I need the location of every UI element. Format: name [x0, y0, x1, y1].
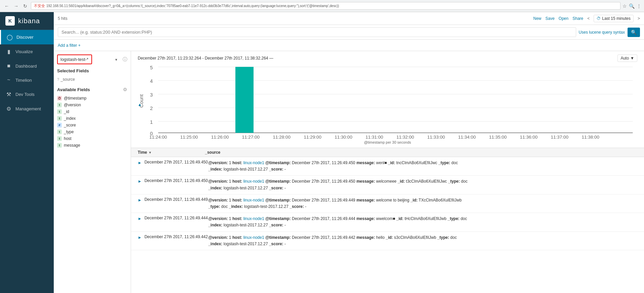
svg-text:11:28:00: 11:28:00 — [273, 135, 291, 140]
settings-icon[interactable]: ⚙ — [123, 87, 127, 92]
available-fields-title: Available Fields — [57, 87, 90, 92]
field-type-t-icon: t — [57, 109, 62, 114]
result-row-expander[interactable]: ► December 27th 2017, 11:26:49.442 @vers… — [131, 232, 644, 250]
field-item-score[interactable]: # _score — [57, 122, 127, 129]
zoom-button[interactable]: 🔍 — [629, 3, 635, 9]
field-item-host[interactable]: t host — [57, 135, 127, 142]
result-time: December 27th 2017, 11:26:49.450 — [144, 178, 208, 183]
time-picker[interactable]: ⏱ Last 15 minutes — [594, 15, 634, 22]
search-syntax-link[interactable]: Uses lucene query syntax — [579, 30, 625, 35]
table-row: ► December 27th 2017, 11:26:49.450 @vers… — [131, 157, 644, 176]
sidebar-item-label: Discover — [16, 35, 34, 40]
field-item-index[interactable]: t _index — [57, 115, 127, 122]
sidebar: K kibana ◯ Discover ▮ Visualize ■ Dashbo… — [0, 12, 54, 293]
col-time-header[interactable]: Time ▼ — [138, 150, 205, 155]
source-field: ? _source — [57, 76, 127, 83]
open-button[interactable]: Open — [559, 16, 568, 21]
field-name: _index — [64, 116, 76, 121]
index-pattern-dropdown[interactable]: logstash-test-* — [57, 54, 92, 64]
result-time: December 27th 2017, 11:26:49.444 — [144, 216, 208, 220]
reload-button[interactable]: ↻ — [22, 3, 29, 9]
sidebar-item-label: Dev Tools — [15, 92, 35, 97]
search-input[interactable] — [58, 27, 576, 37]
dashboard-icon: ■ — [5, 63, 12, 69]
forward-button[interactable]: → — [12, 3, 20, 9]
filter-bar: Add a filter + — [54, 40, 644, 51]
field-item-message[interactable]: t message — [57, 142, 127, 149]
field-name: _id — [64, 109, 69, 114]
discover-icon: ◯ — [6, 34, 13, 40]
svg-text:11:24:00: 11:24:00 — [149, 135, 167, 140]
field-type-t-icon: t — [57, 136, 62, 141]
next-time-button[interactable]: > — [638, 16, 640, 21]
new-button[interactable]: New — [533, 16, 541, 21]
interval-select[interactable]: Auto ▼ — [617, 54, 637, 62]
expand-icon[interactable]: ► — [138, 216, 142, 221]
main-content: 5 hits New Save Open Share < ⏱ Last 15 m… — [54, 12, 644, 293]
bookmark-button[interactable]: ☆ — [622, 3, 627, 9]
browser-bar: ← → ↻ 不安全 192.168.56.11:5601/app/kibana#… — [0, 0, 644, 12]
field-item-timestamp[interactable]: ⏱ @timestamp — [57, 95, 127, 102]
result-content: @version: 1 host: linux-node1 @timestamp… — [208, 234, 637, 247]
sidebar-item-devtools[interactable]: ⚒ Dev Tools — [0, 87, 54, 102]
result-content: @version: 1 host: linux-node1 @timestamp… — [208, 178, 637, 191]
expand-icon[interactable]: ► — [138, 198, 142, 203]
result-time: December 27th 2017, 11:26:49.442 — [144, 234, 208, 239]
field-type-t-icon: t — [57, 103, 62, 107]
sidebar-item-label: Dashboard — [15, 64, 37, 69]
table-header: Time ▼ _source — [131, 148, 644, 157]
sidebar-item-timelion[interactable]: ~ Timelion — [0, 73, 54, 87]
result-row-expander[interactable]: ► December 27th 2017, 11:26:49.444 @vers… — [131, 213, 644, 231]
field-type-t-icon: t — [57, 130, 62, 134]
result-time: December 27th 2017, 11:26:49.449 — [144, 197, 208, 202]
sidebar-item-management[interactable]: ⚙ Management — [0, 102, 54, 116]
result-content: @version: 1 host: linux-node1 @timestamp… — [208, 216, 637, 228]
chart-header: December 27th 2017, 11:23:32.264 - Decem… — [138, 54, 637, 62]
sidebar-item-visualize[interactable]: ▮ Visualize — [0, 44, 54, 59]
content-area: logstash-test-* ⓘ Selected Fields ? _sou… — [54, 51, 644, 293]
browser-navigation: ← → ↻ — [3, 3, 29, 9]
field-name: host — [64, 136, 72, 141]
kibana-logo-icon: K — [5, 16, 15, 26]
table-row: ► December 27th 2017, 11:26:49.444 @vers… — [131, 213, 644, 231]
sidebar-item-dashboard[interactable]: ■ Dashboard — [0, 59, 54, 73]
sidebar-item-discover[interactable]: ◯ Discover — [0, 30, 54, 44]
prev-time-button[interactable]: < — [587, 16, 590, 21]
field-item-id[interactable]: t _id — [57, 108, 127, 115]
address-bar[interactable]: 不安全 192.168.56.11:5601/app/kibana#/disco… — [31, 2, 620, 10]
svg-text:11:27:00: 11:27:00 — [242, 135, 260, 140]
svg-text:11:34:00: 11:34:00 — [458, 135, 476, 140]
field-item-type[interactable]: t _type — [57, 129, 127, 135]
field-type-t-icon: t — [57, 116, 62, 121]
svg-text:11:35:00: 11:35:00 — [489, 135, 507, 140]
source-field-name: _source — [60, 77, 75, 82]
kibana-logo-text: kibana — [18, 17, 40, 25]
devtools-icon: ⚒ — [5, 91, 12, 98]
share-button[interactable]: Share — [572, 16, 583, 21]
svg-text:2: 2 — [150, 106, 153, 111]
chart-expand-icon[interactable]: ▲ — [138, 102, 142, 107]
add-filter-button[interactable]: Add a filter + — [58, 43, 81, 48]
search-button[interactable]: 🔍 — [628, 28, 640, 37]
field-type-question: ? — [57, 77, 59, 81]
field-name: @timestamp — [64, 96, 87, 101]
result-row-expander[interactable]: ► December 27th 2017, 11:26:49.450 @vers… — [131, 176, 644, 194]
menu-button[interactable]: ⋮ — [637, 3, 641, 9]
expand-icon[interactable]: ► — [138, 160, 142, 165]
sidebar-logo: K kibana — [0, 12, 54, 30]
right-panel: December 27th 2017, 11:23:32.264 - Decem… — [131, 51, 644, 293]
field-item-version[interactable]: t @version — [57, 102, 127, 108]
back-button[interactable]: ← — [3, 3, 11, 9]
result-time: December 27th 2017, 11:26:49.450 — [144, 160, 208, 164]
sidebar-item-label: Management — [15, 106, 41, 111]
result-row-expander[interactable]: ► December 27th 2017, 11:26:49.450 @vers… — [131, 157, 644, 175]
svg-text:4: 4 — [150, 78, 153, 84]
result-row-expander[interactable]: ► December 27th 2017, 11:26:49.449 @vers… — [131, 194, 644, 213]
chart-x-axis-label: @timestamp per 30 seconds — [138, 140, 637, 144]
expand-icon[interactable]: ► — [138, 179, 142, 184]
svg-text:3: 3 — [150, 92, 153, 98]
save-button[interactable]: Save — [546, 16, 555, 21]
expand-icon[interactable]: ► — [138, 235, 142, 240]
info-icon[interactable]: ⓘ — [123, 57, 127, 63]
table-row: ► December 27th 2017, 11:26:49.449 @vers… — [131, 194, 644, 213]
